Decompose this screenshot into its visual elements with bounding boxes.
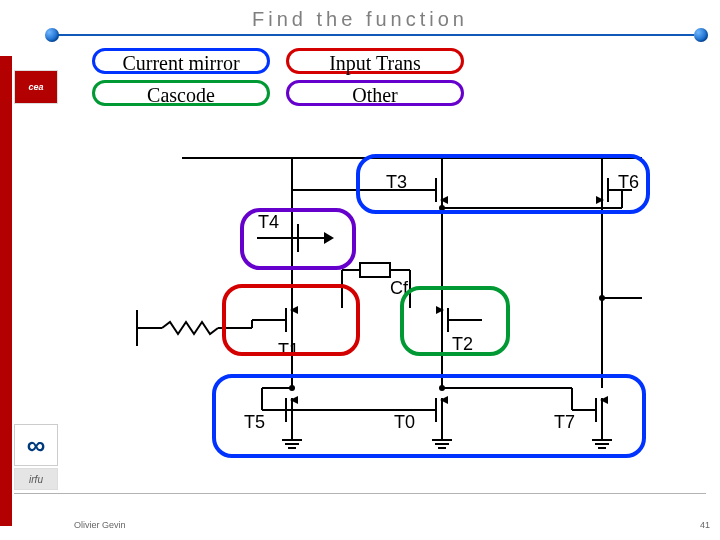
logo-infinity: ∞ (14, 424, 58, 466)
footer-author: Olivier Gevin (74, 520, 126, 530)
label-T5: T5 (244, 412, 265, 432)
svg-marker-17 (324, 232, 334, 244)
footer-rule (14, 493, 706, 494)
circuit-diagram: T3 T6 T4 Cf T1 T2 T5 T0 T7 (122, 148, 662, 478)
label-T4: T4 (258, 212, 279, 232)
sidebar-accent (0, 56, 12, 526)
logo-cea: cea (14, 70, 58, 104)
label-T7: T7 (554, 412, 575, 432)
title-rule (54, 34, 694, 36)
label-T6: T6 (618, 172, 639, 192)
label-T1: T1 (278, 340, 299, 360)
page-number: 41 (700, 520, 710, 530)
label-T2: T2 (452, 334, 473, 354)
svg-rect-20 (360, 263, 390, 277)
rule-dot-right (694, 28, 708, 42)
legend-other: Other (286, 80, 464, 106)
legend-cascode: Cascode (92, 80, 270, 106)
legend-input-trans: Input Trans (286, 48, 464, 74)
label-T3: T3 (386, 172, 407, 192)
rule-dot-left (45, 28, 59, 42)
logo-irfu: irfu (14, 468, 58, 490)
label-T0: T0 (394, 412, 415, 432)
slide-title: Find the function (0, 8, 720, 31)
legend-current-mirror: Current mirror (92, 48, 270, 74)
